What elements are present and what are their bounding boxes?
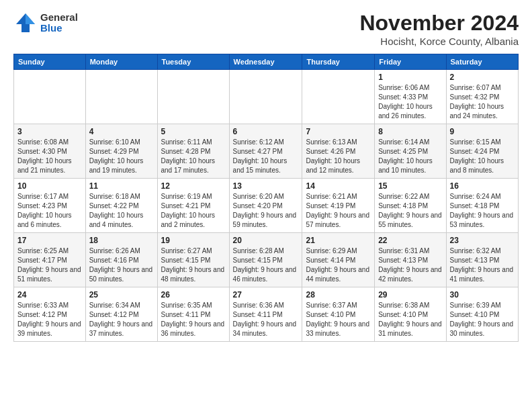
day-number: 6 [233, 127, 299, 136]
day-number: 1 [378, 73, 442, 82]
page: General Blue November 2024 Hocisht, Korc… [0, 0, 532, 349]
calendar-cell [302, 70, 375, 124]
day-number: 20 [233, 236, 299, 245]
day-info: Sunrise: 6:15 AM Sunset: 4:24 PM Dayligh… [450, 138, 515, 175]
day-number: 9 [450, 127, 515, 136]
calendar-cell: 16Sunrise: 6:24 AM Sunset: 4:18 PM Dayli… [446, 179, 518, 233]
day-info: Sunrise: 6:22 AM Sunset: 4:18 PM Dayligh… [378, 192, 442, 230]
calendar-week-3: 10Sunrise: 6:17 AM Sunset: 4:23 PM Dayli… [14, 179, 519, 233]
calendar-cell [157, 70, 229, 124]
day-info: Sunrise: 6:13 AM Sunset: 4:26 PM Dayligh… [306, 138, 371, 175]
day-number: 8 [378, 127, 442, 136]
calendar-cell: 29Sunrise: 6:38 AM Sunset: 4:10 PM Dayli… [375, 287, 446, 342]
day-info: Sunrise: 6:17 AM Sunset: 4:23 PM Dayligh… [17, 192, 82, 230]
day-number: 14 [306, 181, 371, 191]
calendar-cell: 1Sunrise: 6:06 AM Sunset: 4:33 PM Daylig… [375, 70, 446, 124]
calendar-cell: 26Sunrise: 6:35 AM Sunset: 4:11 PM Dayli… [157, 287, 229, 342]
day-number: 18 [89, 236, 154, 245]
calendar-cell: 8Sunrise: 6:14 AM Sunset: 4:25 PM Daylig… [375, 124, 446, 179]
day-info: Sunrise: 6:11 AM Sunset: 4:28 PM Dayligh… [161, 138, 226, 175]
day-number: 21 [306, 236, 371, 245]
day-number: 19 [161, 236, 226, 245]
day-number: 5 [161, 127, 226, 136]
calendar-cell [14, 70, 86, 124]
day-number: 27 [233, 290, 299, 300]
calendar-cell: 19Sunrise: 6:27 AM Sunset: 4:15 PM Dayli… [157, 233, 229, 287]
day-number: 11 [89, 181, 154, 191]
calendar-cell: 17Sunrise: 6:25 AM Sunset: 4:17 PM Dayli… [14, 233, 86, 287]
day-info: Sunrise: 6:26 AM Sunset: 4:16 PM Dayligh… [89, 246, 154, 284]
day-info: Sunrise: 6:34 AM Sunset: 4:12 PM Dayligh… [89, 301, 154, 338]
day-info: Sunrise: 6:14 AM Sunset: 4:25 PM Dayligh… [378, 138, 442, 175]
calendar-cell: 27Sunrise: 6:36 AM Sunset: 4:11 PM Dayli… [229, 287, 302, 342]
day-number: 30 [450, 290, 515, 300]
calendar-cell: 9Sunrise: 6:15 AM Sunset: 4:24 PM Daylig… [446, 124, 518, 179]
calendar-cell: 24Sunrise: 6:33 AM Sunset: 4:12 PM Dayli… [14, 287, 86, 342]
day-info: Sunrise: 6:37 AM Sunset: 4:10 PM Dayligh… [306, 301, 371, 338]
calendar-cell: 15Sunrise: 6:22 AM Sunset: 4:18 PM Dayli… [375, 179, 446, 233]
calendar-cell: 13Sunrise: 6:20 AM Sunset: 4:20 PM Dayli… [229, 179, 302, 233]
day-info: Sunrise: 6:28 AM Sunset: 4:15 PM Dayligh… [233, 246, 299, 284]
day-info: Sunrise: 6:36 AM Sunset: 4:11 PM Dayligh… [233, 301, 299, 338]
day-number: 17 [17, 236, 82, 245]
day-info: Sunrise: 6:39 AM Sunset: 4:10 PM Dayligh… [450, 301, 515, 338]
logo: General Blue [13, 11, 78, 35]
weekday-header-tuesday: Tuesday [157, 54, 229, 70]
day-number: 2 [450, 73, 515, 82]
title-area: November 2024 Hocisht, Korce County, Alb… [359, 11, 519, 47]
calendar-week-4: 17Sunrise: 6:25 AM Sunset: 4:17 PM Dayli… [14, 233, 519, 287]
logo-blue: Blue [40, 23, 78, 34]
weekday-header-friday: Friday [375, 54, 446, 70]
calendar-cell: 3Sunrise: 6:08 AM Sunset: 4:30 PM Daylig… [14, 124, 86, 179]
day-info: Sunrise: 6:31 AM Sunset: 4:13 PM Dayligh… [378, 246, 442, 284]
location-title: Hocisht, Korce County, Albania [359, 36, 519, 47]
calendar-cell [229, 70, 302, 124]
calendar-cell: 6Sunrise: 6:12 AM Sunset: 4:27 PM Daylig… [229, 124, 302, 179]
day-info: Sunrise: 6:06 AM Sunset: 4:33 PM Dayligh… [378, 83, 442, 121]
calendar-cell: 22Sunrise: 6:31 AM Sunset: 4:13 PM Dayli… [375, 233, 446, 287]
day-info: Sunrise: 6:20 AM Sunset: 4:20 PM Dayligh… [233, 192, 299, 230]
day-info: Sunrise: 6:27 AM Sunset: 4:15 PM Dayligh… [161, 246, 226, 284]
day-info: Sunrise: 6:07 AM Sunset: 4:32 PM Dayligh… [450, 83, 515, 121]
logo-general: General [40, 12, 78, 24]
svg-marker-1 [26, 13, 35, 24]
calendar-week-2: 3Sunrise: 6:08 AM Sunset: 4:30 PM Daylig… [14, 124, 519, 179]
day-number: 13 [233, 181, 299, 191]
calendar-table: SundayMondayTuesdayWednesdayThursdayFrid… [13, 54, 519, 342]
day-info: Sunrise: 6:08 AM Sunset: 4:30 PM Dayligh… [17, 138, 82, 175]
day-number: 24 [17, 290, 82, 300]
calendar-cell: 20Sunrise: 6:28 AM Sunset: 4:15 PM Dayli… [229, 233, 302, 287]
weekday-row: SundayMondayTuesdayWednesdayThursdayFrid… [14, 54, 519, 70]
calendar-header: SundayMondayTuesdayWednesdayThursdayFrid… [14, 54, 519, 70]
day-info: Sunrise: 6:38 AM Sunset: 4:10 PM Dayligh… [378, 301, 442, 338]
day-info: Sunrise: 6:10 AM Sunset: 4:29 PM Dayligh… [89, 138, 154, 175]
day-number: 25 [89, 290, 154, 300]
calendar-cell: 10Sunrise: 6:17 AM Sunset: 4:23 PM Dayli… [14, 179, 86, 233]
calendar-cell: 23Sunrise: 6:32 AM Sunset: 4:13 PM Dayli… [446, 233, 518, 287]
day-info: Sunrise: 6:21 AM Sunset: 4:19 PM Dayligh… [306, 192, 371, 230]
header: General Blue November 2024 Hocisht, Korc… [13, 11, 519, 47]
calendar-cell: 7Sunrise: 6:13 AM Sunset: 4:26 PM Daylig… [302, 124, 375, 179]
calendar-cell: 30Sunrise: 6:39 AM Sunset: 4:10 PM Dayli… [446, 287, 518, 342]
calendar-cell: 25Sunrise: 6:34 AM Sunset: 4:12 PM Dayli… [85, 287, 157, 342]
calendar-cell [85, 70, 157, 124]
day-info: Sunrise: 6:24 AM Sunset: 4:18 PM Dayligh… [450, 192, 515, 230]
day-number: 3 [17, 127, 82, 136]
calendar-cell: 5Sunrise: 6:11 AM Sunset: 4:28 PM Daylig… [157, 124, 229, 179]
day-number: 16 [450, 181, 515, 191]
calendar-cell: 28Sunrise: 6:37 AM Sunset: 4:10 PM Dayli… [302, 287, 375, 342]
day-number: 23 [450, 236, 515, 245]
calendar-cell: 14Sunrise: 6:21 AM Sunset: 4:19 PM Dayli… [302, 179, 375, 233]
weekday-header-saturday: Saturday [446, 54, 518, 70]
calendar-cell: 12Sunrise: 6:19 AM Sunset: 4:21 PM Dayli… [157, 179, 229, 233]
weekday-header-wednesday: Wednesday [229, 54, 302, 70]
day-number: 4 [89, 127, 154, 136]
day-info: Sunrise: 6:32 AM Sunset: 4:13 PM Dayligh… [450, 246, 515, 284]
weekday-header-thursday: Thursday [302, 54, 375, 70]
day-info: Sunrise: 6:29 AM Sunset: 4:14 PM Dayligh… [306, 246, 371, 284]
day-number: 22 [378, 236, 442, 245]
logo-icon [13, 11, 38, 35]
day-info: Sunrise: 6:33 AM Sunset: 4:12 PM Dayligh… [17, 301, 82, 338]
day-number: 15 [378, 181, 442, 191]
weekday-header-monday: Monday [85, 54, 157, 70]
